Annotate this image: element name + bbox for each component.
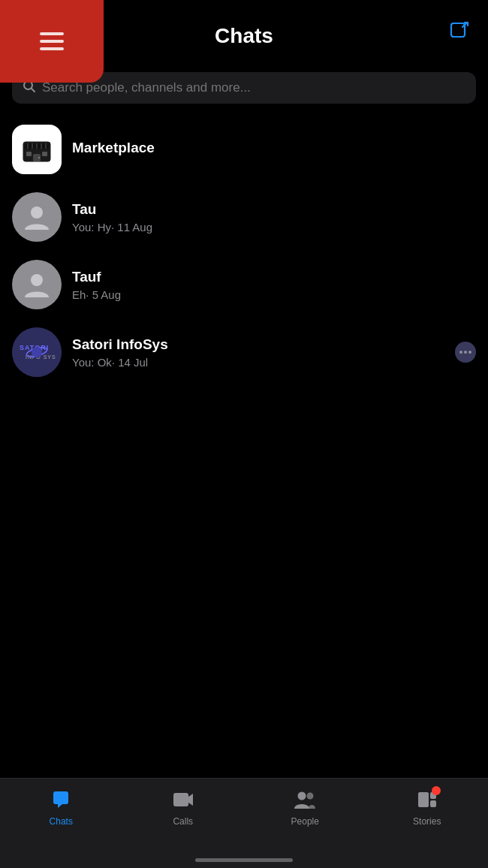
chat-item-tauf[interactable]: Tauf Eh· 5 Aug: [0, 251, 488, 318]
nav-item-chats[interactable]: Chats: [0, 789, 122, 827]
nav-label-calls: Calls: [173, 816, 193, 827]
avatar-tauf: [12, 260, 62, 309]
stories-notification-badge: [432, 786, 441, 795]
svg-point-25: [32, 347, 42, 357]
svg-line-5: [32, 89, 35, 92]
satori-badge: [455, 342, 476, 363]
chat-name-satori: Satori InfoSys: [72, 336, 444, 353]
svg-point-19: [31, 206, 43, 219]
people-icon: [293, 789, 317, 813]
avatar-tau: [12, 192, 62, 242]
avatar-satori: SATORI INFO SYS: [12, 327, 62, 377]
chat-info-tau: Tau You: Hy· 11 Aug: [72, 201, 476, 234]
badge-dots: [459, 351, 471, 354]
nav-item-stories[interactable]: Stories: [366, 789, 489, 827]
bottom-nav: Chats Calls People: [0, 778, 488, 868]
svg-point-20: [31, 274, 43, 286]
nav-item-calls[interactable]: Calls: [122, 789, 245, 827]
stories-icon-wrap: [417, 789, 438, 813]
svg-point-16: [38, 157, 40, 158]
chat-info-satori: Satori InfoSys You: Ok· 14 Jul: [72, 336, 444, 369]
avatar-marketplace: [12, 125, 62, 174]
chat-item-marketplace[interactable]: Marketplace: [0, 116, 488, 183]
search-input[interactable]: [42, 80, 465, 95]
chat-name-tau: Tau: [72, 201, 476, 218]
svg-rect-31: [430, 800, 436, 807]
chat-item-tau[interactable]: Tau You: Hy· 11 Aug: [0, 183, 488, 251]
chat-preview-tau: You: Hy· 11 Aug: [72, 221, 476, 234]
svg-rect-29: [418, 792, 429, 807]
chat-name-tauf: Tauf: [72, 269, 476, 285]
nav-label-people: People: [291, 816, 319, 827]
chat-list: Marketplace Tau You: Hy· 11 Aug Tauf: [0, 116, 488, 386]
chats-icon: [50, 789, 71, 813]
satori-logo-icon: SATORI INFO SYS: [12, 327, 62, 377]
page-title: Chats: [215, 24, 273, 48]
calls-icon: [172, 789, 194, 813]
chat-preview-satori: You: Ok· 14 Jul: [72, 356, 444, 369]
nav-label-chats: Chats: [50, 816, 73, 827]
svg-rect-0: [451, 23, 465, 37]
header: Chats: [0, 0, 488, 66]
svg-rect-18: [42, 152, 47, 156]
svg-rect-26: [173, 793, 188, 806]
chat-info-tauf: Tauf Eh· 5 Aug: [72, 269, 476, 301]
svg-point-27: [298, 792, 306, 800]
nav-item-people[interactable]: People: [244, 789, 366, 827]
svg-rect-17: [26, 152, 32, 156]
menu-button[interactable]: [0, 0, 104, 83]
chat-preview-tauf: Eh· 5 Aug: [72, 288, 476, 301]
chat-name-marketplace: Marketplace: [72, 140, 476, 156]
person-tau-icon: [21, 201, 53, 233]
marketplace-icon: [20, 133, 53, 166]
nav-label-stories: Stories: [413, 816, 441, 827]
compose-button[interactable]: [446, 18, 473, 45]
hamburger-icon: [40, 32, 64, 50]
home-indicator: [195, 858, 293, 862]
compose-icon: [449, 21, 470, 42]
svg-point-28: [307, 793, 314, 800]
chat-info-marketplace: Marketplace: [72, 140, 476, 159]
person-tauf-icon: [21, 269, 53, 300]
chat-item-satori[interactable]: SATORI INFO SYS Satori InfoSys You: Ok· …: [0, 318, 488, 386]
